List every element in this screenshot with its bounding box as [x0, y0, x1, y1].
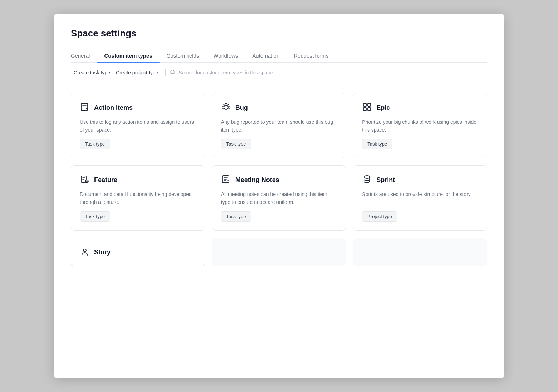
- card-header: Action Items: [80, 102, 196, 113]
- search-area[interactable]: Search for custom item types in this spa…: [170, 69, 273, 76]
- card-title: Action Items: [94, 104, 133, 112]
- card-bug[interactable]: Bug Any bug reported to your team should…: [212, 93, 346, 158]
- sprint-icon: [362, 174, 372, 186]
- tab-bar: General Custom item types Custom fields …: [71, 49, 487, 63]
- card-description: Use this to log any action items and ass…: [80, 118, 196, 134]
- cards-grid: Action Items Use this to log any action …: [71, 93, 487, 231]
- epic-icon: [362, 102, 372, 113]
- card-badge: Task type: [80, 211, 110, 222]
- card-description: Prioritize your big chunks of work using…: [362, 118, 478, 134]
- card-title: Meeting Notes: [235, 176, 279, 184]
- tab-custom-item-types[interactable]: Custom item types: [97, 49, 159, 62]
- feature-icon: [80, 174, 90, 186]
- card-header: Story: [80, 247, 196, 258]
- card-header: Sprint: [362, 174, 478, 186]
- search-placeholder: Search for custom item types in this spa…: [178, 70, 273, 75]
- create-project-type-button[interactable]: Create project type: [113, 68, 161, 77]
- card-action-items[interactable]: Action Items Use this to log any action …: [71, 93, 205, 158]
- card-description: Document and detail functionality being …: [80, 191, 196, 206]
- svg-point-2: [224, 105, 228, 109]
- svg-point-10: [364, 176, 370, 178]
- card-title: Bug: [235, 104, 248, 112]
- card-header: Meeting Notes: [221, 174, 337, 186]
- page-title: Space settings: [71, 28, 487, 39]
- card-header: Bug: [221, 102, 337, 113]
- card-title: Epic: [376, 104, 390, 112]
- card-badge: Task type: [221, 139, 251, 149]
- card-title: Feature: [94, 176, 117, 184]
- card-description: Sprints are used to provide structure fo…: [362, 191, 478, 206]
- card-badge: Task type: [80, 139, 110, 149]
- card-story[interactable]: Story: [71, 238, 205, 266]
- tab-general[interactable]: General: [71, 49, 97, 62]
- card-feature[interactable]: Feature Document and detail functionalit…: [71, 165, 205, 230]
- main-window: Space settings General Custom item types…: [54, 14, 504, 378]
- story-icon: [80, 247, 90, 258]
- card-badge: Task type: [362, 139, 392, 149]
- empty-card-3: [353, 238, 487, 266]
- card-meeting-notes[interactable]: Meeting Notes All meeting notes can be c…: [212, 165, 346, 230]
- tab-workflows[interactable]: Workflows: [206, 49, 245, 62]
- card-description: Any bug reported to your team should use…: [221, 118, 337, 134]
- tab-custom-fields[interactable]: Custom fields: [160, 49, 206, 62]
- bug-icon: [221, 102, 231, 113]
- card-badge: Task type: [221, 211, 251, 222]
- card-description: All meeting notes can be created using t…: [221, 191, 337, 206]
- svg-rect-4: [368, 103, 371, 106]
- tab-automation[interactable]: Automation: [245, 49, 287, 62]
- toolbar: Create task type Create project type Sea…: [71, 63, 487, 83]
- card-sprint[interactable]: Sprint Sprints are used to provide struc…: [353, 165, 487, 230]
- card-title: Sprint: [376, 176, 395, 184]
- card-header: Epic: [362, 102, 478, 113]
- create-task-type-button[interactable]: Create task type: [71, 68, 113, 77]
- card-header: Feature: [80, 174, 196, 186]
- search-icon: [170, 69, 176, 76]
- card-epic[interactable]: Epic Prioritize your big chunks of work …: [353, 93, 487, 158]
- card-badge: Project type: [362, 211, 397, 222]
- meeting-notes-icon: [221, 174, 231, 186]
- empty-card-2: [212, 238, 346, 266]
- action-items-icon: [80, 102, 90, 113]
- svg-rect-6: [368, 108, 371, 111]
- tab-request-forms[interactable]: Request forms: [287, 49, 336, 62]
- card-title: Story: [94, 249, 111, 256]
- svg-rect-3: [363, 103, 366, 106]
- svg-rect-5: [363, 108, 366, 111]
- svg-point-11: [83, 249, 86, 252]
- toolbar-divider: [165, 69, 166, 76]
